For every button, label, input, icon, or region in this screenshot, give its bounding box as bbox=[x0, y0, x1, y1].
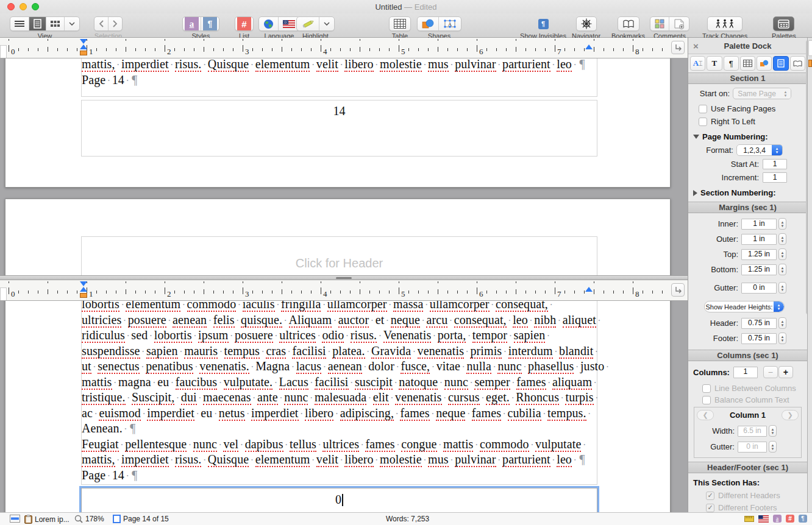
tab-well-button[interactable] bbox=[671, 283, 685, 297]
page-number-format-popup[interactable]: 1,2,3,4 ▲▼ bbox=[736, 144, 783, 156]
page14-body-frame-lower[interactable]: lobortis·elementum·commodo·iaculis·fring… bbox=[81, 301, 597, 485]
tab-bookmarks[interactable] bbox=[790, 56, 805, 71]
page-view-button[interactable] bbox=[29, 17, 46, 30]
table-button[interactable] bbox=[390, 17, 410, 30]
tab-well-button[interactable] bbox=[671, 41, 685, 54]
page14-body-frame[interactable]: mattis,·imperdiet·risus.·Quisque·element… bbox=[81, 58, 597, 97]
tab-paragraph[interactable]: ¶ bbox=[724, 56, 739, 71]
gutter-margin-stepper[interactable]: ▲▼ bbox=[778, 282, 786, 294]
page14-body-text[interactable]: mattis,·imperdiet·risus.·Quisque·element… bbox=[82, 58, 597, 88]
bookmarks-button[interactable] bbox=[618, 17, 639, 30]
first-line-indent-marker[interactable] bbox=[80, 281, 87, 286]
split-view-divider[interactable] bbox=[0, 275, 688, 280]
header-height-stepper[interactable]: ▲▼ bbox=[778, 317, 786, 329]
document-indicator[interactable]: Lorem ip... bbox=[24, 515, 69, 524]
different-footers-checkbox[interactable]: ✓ bbox=[706, 504, 714, 512]
inner-margin-field[interactable]: 1 in bbox=[741, 219, 777, 230]
draft-view-button[interactable] bbox=[10, 17, 29, 30]
navigator-button[interactable] bbox=[577, 17, 596, 30]
next-column-button[interactable]: ❯ bbox=[782, 410, 799, 420]
view-menu-button[interactable] bbox=[64, 17, 79, 30]
page14-footer-editing[interactable]: 0 bbox=[82, 493, 597, 507]
character-style-button[interactable]: a bbox=[183, 17, 201, 30]
footer-height-stepper[interactable]: ▲▼ bbox=[778, 333, 786, 344]
show-header-heights-popup[interactable]: Show Header Heights: ▲▼ bbox=[704, 301, 785, 312]
line-between-columns-checkbox[interactable] bbox=[702, 384, 711, 393]
selection-back-button[interactable] bbox=[94, 17, 108, 30]
section-numbering-disclosure[interactable] bbox=[693, 190, 697, 196]
paragraph-style-button[interactable]: ¶ bbox=[201, 17, 219, 30]
inner-margin-stepper[interactable]: ▲▼ bbox=[778, 218, 786, 230]
zoom-control[interactable]: 178% bbox=[74, 515, 104, 523]
start-on-popup[interactable]: Same Page ▲▼ bbox=[733, 88, 791, 99]
tab-character[interactable]: A⌶ bbox=[690, 56, 705, 71]
bottom-margin-stepper[interactable]: ▲▼ bbox=[778, 264, 786, 275]
palettes-button[interactable] bbox=[774, 17, 794, 30]
outer-margin-field[interactable]: 1 in bbox=[741, 234, 777, 245]
header-height-field[interactable]: 0.75 in bbox=[741, 318, 777, 329]
language-flag-status-icon[interactable] bbox=[758, 515, 769, 523]
character-style-status-icon[interactable]: a bbox=[773, 515, 782, 523]
word-count[interactable]: Words: 7,253 bbox=[386, 515, 429, 523]
bottom-margin-field[interactable]: 1.25 in bbox=[741, 264, 777, 275]
tab-shapes[interactable] bbox=[757, 56, 772, 71]
highlight-menu-button[interactable] bbox=[319, 17, 334, 30]
use-facing-pages-checkbox[interactable] bbox=[699, 105, 707, 113]
document-pane-bottom[interactable]: lobortis·elementum·commodo·iaculis·fring… bbox=[0, 301, 688, 512]
selection-forward-button[interactable] bbox=[108, 17, 122, 30]
left-margin-marker[interactable] bbox=[80, 293, 87, 298]
column-gutter-stepper[interactable]: ▲▼ bbox=[769, 441, 777, 453]
column-width-field[interactable]: 6.5 in bbox=[738, 426, 767, 437]
highlight-button[interactable] bbox=[297, 17, 319, 30]
show-invisibles-button[interactable]: ¶ bbox=[538, 16, 549, 31]
left-indent-marker[interactable] bbox=[80, 44, 87, 49]
left-indent-marker[interactable] bbox=[80, 287, 87, 292]
page-indicator[interactable]: Page 14 of 15 bbox=[113, 515, 169, 523]
ruler-status-icon[interactable] bbox=[744, 515, 754, 523]
column-width-stepper[interactable]: ▲▼ bbox=[769, 425, 777, 437]
thumbnail-view-button[interactable] bbox=[46, 17, 64, 30]
add-comment-button[interactable] bbox=[669, 17, 689, 30]
left-margin-marker[interactable] bbox=[80, 51, 87, 55]
top-margin-field[interactable]: 1.25 in bbox=[741, 249, 777, 260]
previous-column-button[interactable]: ❮ bbox=[697, 410, 714, 420]
tab-section[interactable] bbox=[773, 56, 788, 71]
start-at-field[interactable]: 1 bbox=[763, 159, 787, 169]
first-line-indent-marker[interactable] bbox=[80, 39, 87, 44]
columns-plus-button[interactable]: + bbox=[778, 366, 793, 378]
tab-table[interactable] bbox=[740, 56, 755, 71]
document-pane-top[interactable]: mattis,·imperdiet·risus.·Quisque·element… bbox=[0, 58, 688, 275]
show-comments-button[interactable] bbox=[650, 17, 669, 30]
right-indent-marker[interactable] bbox=[585, 287, 593, 292]
header-placeholder[interactable]: Click for Header bbox=[82, 256, 597, 270]
track-changes-button[interactable] bbox=[708, 17, 742, 30]
outer-margin-stepper[interactable]: ▲▼ bbox=[778, 233, 786, 245]
paragraph-style-status-icon[interactable]: ¶ bbox=[799, 515, 807, 523]
horizontal-ruler-top[interactable]: 012345678 bbox=[0, 38, 688, 58]
split-view-indicator[interactable] bbox=[10, 515, 20, 523]
right-indent-marker[interactable] bbox=[585, 44, 593, 49]
page14-body-text-lower[interactable]: lobortis·elementum·commodo·iaculis·fring… bbox=[82, 301, 597, 483]
balance-column-text-checkbox[interactable] bbox=[702, 396, 711, 404]
columns-minus-button[interactable]: − bbox=[763, 366, 778, 378]
close-dock-button[interactable]: × bbox=[693, 41, 699, 51]
list-style-button[interactable]: # bbox=[235, 17, 253, 30]
columns-count-field[interactable]: 1 bbox=[733, 367, 758, 378]
different-headers-checkbox[interactable]: ✓ bbox=[706, 492, 714, 500]
right-to-left-checkbox[interactable] bbox=[699, 118, 707, 126]
gutter-margin-field[interactable]: 0 in bbox=[741, 283, 777, 294]
page14-footer-frame-editing[interactable]: 0 bbox=[81, 488, 597, 512]
column-gutter-field[interactable]: 0 in bbox=[738, 442, 767, 453]
footer-height-field[interactable]: 0.75 in bbox=[741, 333, 777, 344]
tab-text[interactable]: T bbox=[707, 56, 722, 71]
top-margin-stepper[interactable]: ▲▼ bbox=[778, 248, 786, 260]
page14-footer-frame[interactable]: 14 bbox=[81, 100, 597, 157]
insert-shape-button[interactable] bbox=[418, 17, 438, 30]
horizontal-ruler-bottom[interactable]: 012345678 bbox=[0, 280, 688, 301]
page15-header-frame[interactable]: Click for Header bbox=[81, 236, 597, 275]
page-numbering-disclosure[interactable] bbox=[693, 135, 699, 139]
insert-text-box-button[interactable]: A bbox=[438, 17, 461, 30]
language-globe-button[interactable] bbox=[259, 17, 278, 30]
list-style-status-icon[interactable]: # bbox=[786, 515, 794, 523]
increment-field[interactable]: 1 bbox=[763, 172, 787, 183]
